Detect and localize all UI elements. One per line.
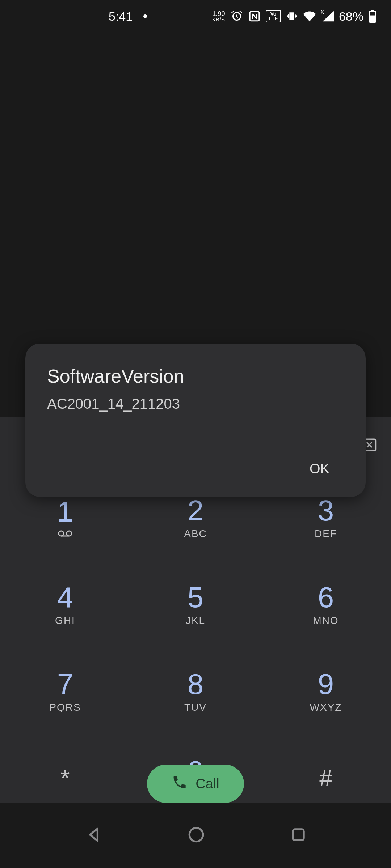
- call-button[interactable]: Call: [147, 765, 244, 803]
- status-time: 5:41: [109, 9, 133, 24]
- keypad-9[interactable]: 9 WXYZ: [261, 655, 391, 728]
- navigation-bar: [0, 803, 391, 868]
- svg-rect-3: [370, 12, 375, 16]
- notification-dot-icon: [143, 14, 147, 18]
- cellular-signal-icon: x: [321, 11, 334, 22]
- nav-home-button[interactable]: [187, 826, 205, 845]
- keypad-8[interactable]: 8 TUV: [130, 655, 261, 728]
- data-rate-value: 1.90: [212, 10, 225, 17]
- vibrate-icon: [286, 10, 298, 22]
- svg-point-5: [67, 531, 72, 536]
- volte-icon: Vo LTE: [266, 10, 281, 22]
- svg-rect-2: [371, 10, 374, 12]
- battery-percent: 68%: [339, 9, 363, 24]
- dialog-message: AC2001_14_211203: [47, 396, 344, 412]
- svg-point-7: [189, 828, 203, 842]
- alarm-icon: [230, 10, 243, 23]
- keypad-4[interactable]: 4 GHI: [0, 569, 130, 641]
- nfc-icon: [248, 10, 261, 22]
- battery-icon: [369, 10, 377, 23]
- keypad-7[interactable]: 7 PQRS: [0, 655, 130, 728]
- phone-icon: [172, 774, 188, 793]
- nav-recent-button[interactable]: [290, 826, 307, 844]
- keypad-6[interactable]: 6 MNO: [261, 569, 391, 641]
- volte-bottom: LTE: [269, 16, 278, 21]
- nav-back-button[interactable]: [85, 826, 103, 845]
- dialog-title: SoftwareVersion: [47, 365, 344, 387]
- svg-rect-8: [293, 829, 304, 841]
- software-version-dialog: SoftwareVersion AC2001_14_211203 OK: [25, 344, 366, 497]
- dialog-ok-button[interactable]: OK: [295, 455, 344, 482]
- wifi-icon: [303, 11, 316, 22]
- voicemail-icon: [58, 530, 72, 539]
- svg-point-4: [59, 531, 64, 536]
- call-button-label: Call: [196, 776, 219, 792]
- status-bar: 5:41 1.90 KB/S Vo LTE x 68%: [0, 0, 391, 33]
- data-rate-unit: KB/S: [212, 17, 225, 22]
- keypad-5[interactable]: 5 JKL: [130, 569, 261, 641]
- data-rate-indicator: 1.90 KB/S: [212, 10, 225, 22]
